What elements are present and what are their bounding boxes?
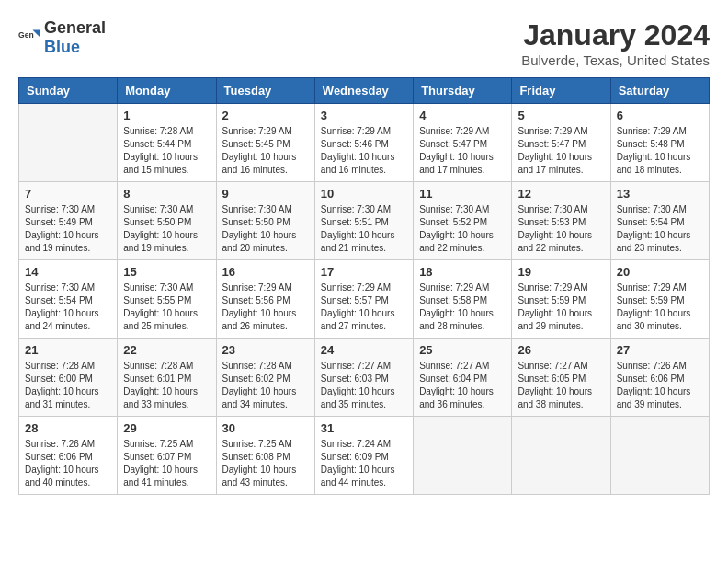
weekday-header-tuesday: Tuesday bbox=[216, 78, 314, 104]
day-number: 20 bbox=[617, 265, 703, 279]
weekday-header-thursday: Thursday bbox=[414, 78, 512, 104]
day-info: Sunrise: 7:25 AM Sunset: 6:07 PM Dayligh… bbox=[123, 438, 210, 489]
day-info: Sunrise: 7:30 AM Sunset: 5:55 PM Dayligh… bbox=[123, 282, 210, 333]
calendar-cell: 12Sunrise: 7:30 AM Sunset: 5:53 PM Dayli… bbox=[512, 182, 610, 260]
day-number: 9 bbox=[222, 187, 309, 201]
calendar-week-row: 28Sunrise: 7:26 AM Sunset: 6:06 PM Dayli… bbox=[19, 417, 710, 495]
weekday-header-sunday: Sunday bbox=[19, 78, 118, 104]
day-number: 22 bbox=[123, 343, 210, 357]
calendar-cell: 10Sunrise: 7:30 AM Sunset: 5:51 PM Dayli… bbox=[314, 182, 413, 260]
day-info: Sunrise: 7:29 AM Sunset: 5:59 PM Dayligh… bbox=[617, 282, 703, 333]
calendar-cell: 1Sunrise: 7:28 AM Sunset: 5:44 PM Daylig… bbox=[118, 104, 216, 182]
day-info: Sunrise: 7:29 AM Sunset: 5:46 PM Dayligh… bbox=[321, 125, 407, 177]
day-info: Sunrise: 7:29 AM Sunset: 5:56 PM Dayligh… bbox=[222, 282, 309, 333]
calendar-cell: 16Sunrise: 7:29 AM Sunset: 5:56 PM Dayli… bbox=[216, 260, 314, 339]
day-info: Sunrise: 7:30 AM Sunset: 5:51 PM Dayligh… bbox=[321, 203, 407, 255]
calendar-cell: 15Sunrise: 7:30 AM Sunset: 5:55 PM Dayli… bbox=[118, 260, 216, 339]
calendar-cell: 23Sunrise: 7:28 AM Sunset: 6:02 PM Dayli… bbox=[216, 339, 314, 417]
day-info: Sunrise: 7:27 AM Sunset: 6:03 PM Dayligh… bbox=[321, 360, 407, 411]
day-number: 13 bbox=[617, 187, 703, 201]
day-info: Sunrise: 7:29 AM Sunset: 5:57 PM Dayligh… bbox=[321, 282, 407, 333]
calendar-week-row: 1Sunrise: 7:28 AM Sunset: 5:44 PM Daylig… bbox=[19, 104, 710, 182]
weekday-header-saturday: Saturday bbox=[610, 78, 709, 104]
title-section: January 2024 Bulverde, Texas, United Sta… bbox=[521, 18, 710, 68]
day-number: 12 bbox=[518, 187, 604, 201]
day-number: 1 bbox=[123, 109, 210, 122]
day-info: Sunrise: 7:29 AM Sunset: 5:58 PM Dayligh… bbox=[419, 282, 506, 333]
calendar-cell: 8Sunrise: 7:30 AM Sunset: 5:50 PM Daylig… bbox=[118, 182, 216, 260]
day-info: Sunrise: 7:30 AM Sunset: 5:54 PM Dayligh… bbox=[617, 203, 703, 255]
day-info: Sunrise: 7:26 AM Sunset: 6:06 PM Dayligh… bbox=[25, 438, 111, 489]
calendar-week-row: 21Sunrise: 7:28 AM Sunset: 6:00 PM Dayli… bbox=[19, 339, 710, 417]
calendar-cell bbox=[414, 417, 512, 495]
day-number: 10 bbox=[321, 187, 407, 201]
calendar-cell: 27Sunrise: 7:26 AM Sunset: 6:06 PM Dayli… bbox=[610, 339, 709, 417]
calendar-cell: 29Sunrise: 7:25 AM Sunset: 6:07 PM Dayli… bbox=[118, 417, 216, 495]
day-info: Sunrise: 7:27 AM Sunset: 6:04 PM Dayligh… bbox=[419, 360, 506, 411]
calendar-week-row: 7Sunrise: 7:30 AM Sunset: 5:49 PM Daylig… bbox=[19, 182, 710, 260]
calendar-cell: 17Sunrise: 7:29 AM Sunset: 5:57 PM Dayli… bbox=[314, 260, 413, 339]
location-text: Bulverde, Texas, United States bbox=[521, 52, 710, 68]
calendar-cell: 21Sunrise: 7:28 AM Sunset: 6:00 PM Dayli… bbox=[19, 339, 118, 417]
calendar-cell: 11Sunrise: 7:30 AM Sunset: 5:52 PM Dayli… bbox=[414, 182, 512, 260]
calendar-cell: 31Sunrise: 7:24 AM Sunset: 6:09 PM Dayli… bbox=[314, 417, 413, 495]
calendar-cell: 18Sunrise: 7:29 AM Sunset: 5:58 PM Dayli… bbox=[414, 260, 512, 339]
calendar-cell bbox=[19, 104, 118, 182]
calendar-cell: 3Sunrise: 7:29 AM Sunset: 5:46 PM Daylig… bbox=[314, 104, 413, 182]
day-info: Sunrise: 7:30 AM Sunset: 5:50 PM Dayligh… bbox=[123, 203, 210, 255]
day-number: 25 bbox=[419, 343, 506, 357]
calendar-cell bbox=[512, 417, 610, 495]
day-number: 26 bbox=[518, 343, 604, 357]
calendar-cell: 30Sunrise: 7:25 AM Sunset: 6:08 PM Dayli… bbox=[216, 417, 314, 495]
day-info: Sunrise: 7:28 AM Sunset: 6:00 PM Dayligh… bbox=[25, 360, 111, 411]
calendar-cell: 20Sunrise: 7:29 AM Sunset: 5:59 PM Dayli… bbox=[610, 260, 709, 339]
calendar-cell: 13Sunrise: 7:30 AM Sunset: 5:54 PM Dayli… bbox=[610, 182, 709, 260]
calendar-table: SundayMondayTuesdayWednesdayThursdayFrid… bbox=[18, 77, 710, 495]
day-number: 14 bbox=[25, 265, 111, 279]
day-info: Sunrise: 7:30 AM Sunset: 5:53 PM Dayligh… bbox=[518, 203, 604, 255]
day-info: Sunrise: 7:29 AM Sunset: 5:59 PM Dayligh… bbox=[518, 282, 604, 333]
day-number: 29 bbox=[123, 421, 210, 435]
logo-general-text: General bbox=[44, 18, 106, 37]
calendar-cell: 7Sunrise: 7:30 AM Sunset: 5:49 PM Daylig… bbox=[19, 182, 118, 260]
day-info: Sunrise: 7:30 AM Sunset: 5:52 PM Dayligh… bbox=[419, 203, 506, 255]
calendar-cell: 19Sunrise: 7:29 AM Sunset: 5:59 PM Dayli… bbox=[512, 260, 610, 339]
day-number: 2 bbox=[222, 109, 309, 122]
day-info: Sunrise: 7:28 AM Sunset: 6:01 PM Dayligh… bbox=[123, 360, 210, 411]
day-number: 7 bbox=[25, 187, 111, 201]
calendar-cell: 26Sunrise: 7:27 AM Sunset: 6:05 PM Dayli… bbox=[512, 339, 610, 417]
day-number: 24 bbox=[321, 343, 407, 357]
day-number: 5 bbox=[518, 109, 604, 122]
calendar-cell: 9Sunrise: 7:30 AM Sunset: 5:50 PM Daylig… bbox=[216, 182, 314, 260]
calendar-cell bbox=[610, 417, 709, 495]
day-number: 3 bbox=[321, 109, 407, 122]
day-info: Sunrise: 7:25 AM Sunset: 6:08 PM Dayligh… bbox=[222, 438, 309, 489]
calendar-cell: 28Sunrise: 7:26 AM Sunset: 6:06 PM Dayli… bbox=[19, 417, 118, 495]
day-number: 19 bbox=[518, 265, 604, 279]
page-header: Gen General Blue January 2024 Bulverde, … bbox=[18, 18, 710, 68]
day-info: Sunrise: 7:26 AM Sunset: 6:06 PM Dayligh… bbox=[617, 360, 703, 411]
calendar-cell: 14Sunrise: 7:30 AM Sunset: 5:54 PM Dayli… bbox=[19, 260, 118, 339]
day-number: 16 bbox=[222, 265, 309, 279]
day-info: Sunrise: 7:29 AM Sunset: 5:48 PM Dayligh… bbox=[617, 125, 703, 177]
day-number: 27 bbox=[617, 343, 703, 357]
day-info: Sunrise: 7:30 AM Sunset: 5:49 PM Dayligh… bbox=[25, 203, 111, 255]
weekday-header-friday: Friday bbox=[512, 78, 610, 104]
calendar-cell: 4Sunrise: 7:29 AM Sunset: 5:47 PM Daylig… bbox=[414, 104, 512, 182]
day-number: 21 bbox=[25, 343, 111, 357]
day-info: Sunrise: 7:27 AM Sunset: 6:05 PM Dayligh… bbox=[518, 360, 604, 411]
calendar-week-row: 14Sunrise: 7:30 AM Sunset: 5:54 PM Dayli… bbox=[19, 260, 710, 339]
svg-text:Gen: Gen bbox=[18, 30, 34, 40]
calendar-cell: 5Sunrise: 7:29 AM Sunset: 5:47 PM Daylig… bbox=[512, 104, 610, 182]
logo: Gen General Blue bbox=[18, 18, 106, 57]
weekday-header-wednesday: Wednesday bbox=[314, 78, 413, 104]
day-info: Sunrise: 7:28 AM Sunset: 6:02 PM Dayligh… bbox=[222, 360, 309, 411]
day-number: 11 bbox=[419, 187, 506, 201]
day-number: 6 bbox=[617, 109, 703, 122]
calendar-cell: 2Sunrise: 7:29 AM Sunset: 5:45 PM Daylig… bbox=[216, 104, 314, 182]
day-info: Sunrise: 7:30 AM Sunset: 5:54 PM Dayligh… bbox=[25, 282, 111, 333]
day-number: 15 bbox=[123, 265, 210, 279]
calendar-cell: 6Sunrise: 7:29 AM Sunset: 5:48 PM Daylig… bbox=[610, 104, 709, 182]
calendar-cell: 22Sunrise: 7:28 AM Sunset: 6:01 PM Dayli… bbox=[118, 339, 216, 417]
day-number: 18 bbox=[419, 265, 506, 279]
